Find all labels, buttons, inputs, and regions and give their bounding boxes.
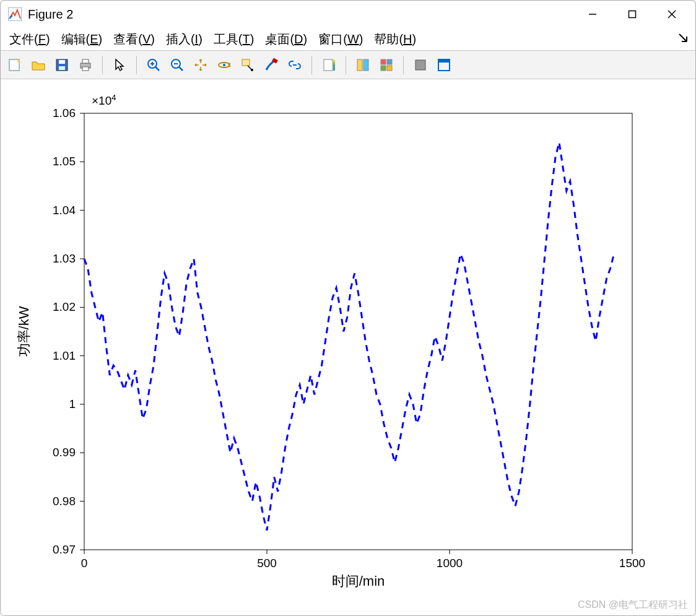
menu-d[interactable]: 桌面(D) [265,31,307,48]
svg-rect-34 [415,60,425,70]
pointer-icon[interactable] [109,54,130,76]
svg-text:0.98: 0.98 [53,495,76,508]
titlebar: Figure 2 [1,1,695,28]
menu-w[interactable]: 窗口(W) [318,31,363,48]
open-file-icon[interactable] [28,54,49,76]
svg-rect-11 [82,67,89,71]
save-icon[interactable] [51,54,72,76]
svg-text:1500: 1500 [619,557,645,570]
svg-rect-29 [363,59,368,71]
svg-text:1.05: 1.05 [53,155,76,168]
svg-text:1: 1 [69,397,76,410]
svg-line-13 [155,67,159,71]
print-icon[interactable] [75,54,96,76]
svg-text:1.04: 1.04 [53,204,76,217]
zoom-in-icon[interactable] [143,54,164,76]
svg-text:时间/min: 时间/min [332,573,385,589]
svg-rect-7 [59,60,65,64]
menu-f[interactable]: 文件(F) [9,31,50,48]
svg-point-23 [251,69,253,71]
colormap-editor-icon[interactable] [352,54,373,76]
dock-figure-icon[interactable] [433,54,455,76]
toolbar [1,50,695,79]
close-button[interactable] [652,1,692,28]
svg-text:1.01: 1.01 [53,349,76,362]
menu-h[interactable]: 帮助(H) [374,31,416,48]
figure-area: 0500100015000.970.980.9911.011.021.031.0… [1,79,695,615]
svg-rect-36 [438,59,450,63]
svg-rect-8 [59,66,65,70]
rotate3d-icon[interactable] [214,54,235,76]
new-figure-icon[interactable] [4,54,25,76]
pan-icon[interactable] [190,54,211,76]
svg-rect-28 [357,59,362,71]
axes[interactable]: 0500100015000.970.980.9911.011.021.031.0… [1,79,695,615]
svg-text:1.06: 1.06 [53,106,76,119]
link-icon[interactable] [284,54,305,76]
colorbar-icon[interactable] [318,54,339,76]
minimize-button[interactable] [573,1,612,28]
menu-v[interactable]: 查看(V) [113,31,155,48]
maximize-button[interactable] [612,1,652,28]
svg-rect-27 [333,59,335,71]
menubar: 文件(F)编辑(E)查看(V)插入(I)工具(T)桌面(D)窗口(W)帮助(H) [1,28,695,50]
svg-text:×104: ×104 [92,93,116,108]
figure-window: Figure 2 文件(F)编辑(E)查看(V)插入(I)工具(T)桌面(D)窗… [0,0,696,616]
brush-icon[interactable] [261,54,282,76]
svg-rect-26 [324,59,333,71]
plot-layout-icon[interactable] [376,54,397,76]
svg-text:0.97: 0.97 [53,543,76,556]
dock-arrow-icon[interactable] [678,33,689,47]
svg-text:0: 0 [81,557,88,570]
svg-text:500: 500 [257,557,277,570]
svg-rect-31 [387,59,392,64]
svg-line-17 [179,67,183,71]
zoom-out-icon[interactable] [167,54,188,76]
svg-text:功率/kW: 功率/kW [16,306,32,357]
svg-text:1.03: 1.03 [53,252,76,265]
hide-tools-icon[interactable] [410,54,431,76]
svg-point-20 [223,64,225,66]
svg-rect-30 [381,59,386,64]
menu-t[interactable]: 工具(T) [214,31,254,48]
svg-text:0.99: 0.99 [53,446,76,459]
matlab-icon [8,7,22,21]
svg-text:1000: 1000 [437,557,463,570]
svg-rect-32 [381,66,386,71]
window-title: Figure 2 [28,7,73,22]
svg-rect-37 [84,113,632,550]
svg-rect-10 [82,59,89,63]
svg-text:1.02: 1.02 [53,300,76,313]
svg-rect-21 [242,59,250,66]
menu-i[interactable]: 插入(I) [166,31,202,48]
svg-rect-33 [387,66,392,71]
menu-e[interactable]: 编辑(E) [61,31,103,48]
svg-rect-2 [629,11,636,18]
data-cursor-icon[interactable] [237,54,258,76]
